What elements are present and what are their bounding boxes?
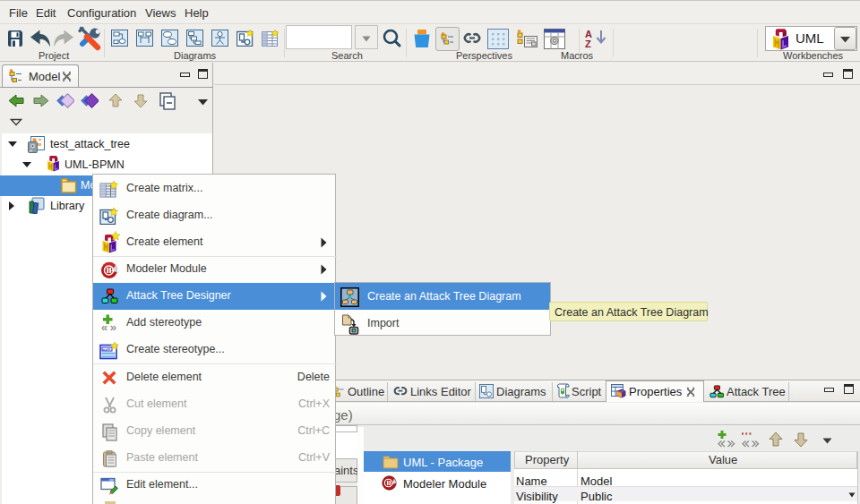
- svg-text:« »: « »: [101, 320, 116, 332]
- svg-text:«»=: «»=: [103, 346, 111, 352]
